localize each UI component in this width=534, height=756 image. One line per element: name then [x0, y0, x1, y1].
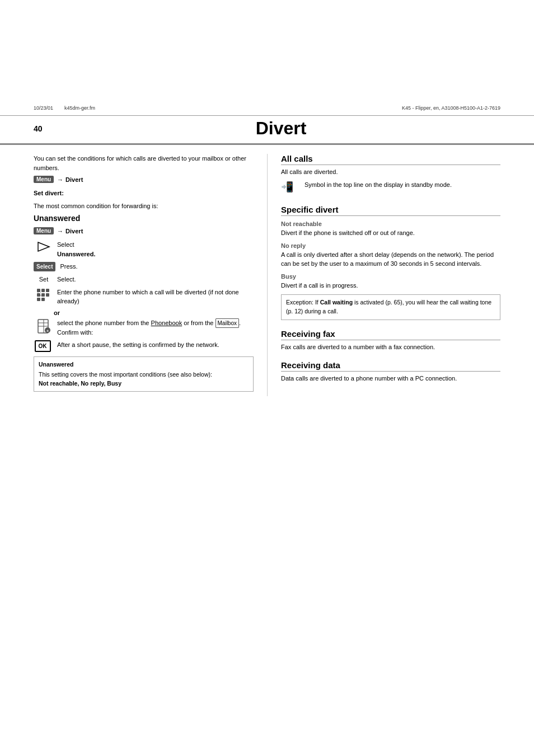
note-body-1: This setting covers the most important c… — [39, 370, 249, 379]
page-number: 40 — [34, 124, 50, 133]
or-text: or — [54, 309, 254, 316]
set-divert-label: Set divert: — [34, 189, 254, 198]
step-set-select: Set Select. — [34, 275, 254, 284]
svg-rect-6 — [46, 293, 49, 297]
not-reachable-body: Divert if the phone is switched off or o… — [281, 228, 500, 238]
step-ok-text: After a short pause, the setting is conf… — [57, 340, 254, 350]
specific-divert-title: Specific divert — [281, 205, 500, 216]
no-reply-title: No reply — [281, 242, 500, 249]
left-column: You can set the conditions for which cal… — [34, 154, 267, 396]
set-label: Set — [34, 275, 54, 284]
nav-triangle-icon — [34, 240, 54, 253]
header-left: 10/23/01 k45dm-ger.fm — [34, 105, 95, 111]
note-box: Unanswered This setting covers the most … — [34, 356, 254, 392]
step-set-text: Select. — [57, 275, 254, 284]
busy-title: Busy — [281, 273, 500, 280]
nav-dest-1: Divert — [65, 176, 83, 183]
all-calls-body: All calls are diverted. — [281, 167, 500, 177]
intro-text: You can set the conditions for which cal… — [34, 154, 254, 172]
select-badge-icon: Select — [34, 262, 57, 271]
not-reachable-title: Not reachable — [281, 220, 500, 227]
step-select-unanswered: SelectUnanswered. — [34, 240, 254, 259]
no-reply-body: A call is only diverted after a short de… — [281, 250, 500, 269]
step-phonebook-text: select the phone number from the Phonebo… — [57, 318, 254, 337]
svg-rect-8 — [41, 298, 45, 301]
set-divert-desc: The most common condition for forwarding… — [34, 201, 254, 211]
page: 10/23/01 k45dm-ger.fm K45 - Flipper, en,… — [0, 101, 534, 756]
note-title: Unanswered — [39, 360, 249, 369]
menu-badge-2: Menu — [34, 227, 54, 234]
arrow-2: → — [57, 228, 63, 234]
step-ok-confirm: OK After a short pause, the setting is c… — [34, 340, 254, 352]
svg-rect-2 — [41, 289, 45, 292]
all-calls-title: All calls — [281, 154, 500, 165]
menu-badge-1: Menu — [34, 176, 54, 183]
svg-text:+: + — [46, 328, 49, 333]
select-badge: Select — [34, 262, 55, 271]
nav-path-2: Menu → Divert — [34, 227, 254, 234]
right-column: All calls All calls are diverted. 📲 Symb… — [267, 154, 500, 396]
busy-body: Divert if a call is in progress. — [281, 281, 500, 290]
svg-text:📲: 📲 — [281, 181, 294, 193]
section-all-calls: All calls All calls are diverted. 📲 Symb… — [281, 154, 500, 196]
section-receiving-fax: Receiving fax Fax calls are diverted to … — [281, 329, 500, 352]
receiving-data-title: Receiving data — [281, 360, 500, 372]
phonebook-icon: + — [34, 318, 54, 334]
divert-symbol-icon: 📲 — [281, 180, 301, 196]
exception-box: Exception: If Call waiting is activated … — [281, 294, 500, 320]
set-divert-strong: Set divert: — [34, 190, 64, 196]
header-date: 10/23/01 — [34, 105, 53, 111]
header-filename: k45dm-ger.fm — [64, 105, 95, 111]
step-enter-phone: Enter the phone number to which a call w… — [34, 288, 254, 306]
ok-badge: OK — [35, 340, 51, 352]
note-body-2: Not reachable, No reply, Busy — [39, 379, 249, 388]
phone-keypad-icon — [34, 288, 54, 303]
svg-rect-7 — [37, 298, 40, 301]
page-title: Divert — [62, 118, 500, 139]
receiving-fax-title: Receiving fax — [281, 329, 500, 340]
section-specific-divert: Specific divert Not reachable Divert if … — [281, 205, 500, 320]
svg-marker-0 — [38, 242, 49, 251]
receiving-data-body: Data calls are diverted to a phone numbe… — [281, 374, 500, 383]
step-enter-phone-text: Enter the phone number to which a call w… — [57, 288, 254, 306]
symbol-desc: Symbol in the top line on the display in… — [305, 180, 452, 190]
nav-dest-2: Divert — [65, 228, 83, 234]
ok-badge-icon: OK — [34, 340, 54, 352]
svg-rect-3 — [46, 289, 49, 292]
nav-path-1: Menu → Divert — [34, 176, 254, 183]
title-bar: 40 Divert — [0, 116, 534, 145]
step-press-text: Press. — [60, 262, 254, 271]
receiving-fax-body: Fax calls are diverted to a number with … — [281, 342, 500, 352]
symbol-row: 📲 Symbol in the top line on the display … — [281, 180, 500, 196]
header-product: K45 - Flipper, en, A31008-H5100-A1-2-761… — [402, 105, 500, 111]
unanswered-title: Unanswered — [34, 214, 254, 223]
page-header: 10/23/01 k45dm-ger.fm K45 - Flipper, en,… — [0, 101, 534, 116]
step-press-select: Select Press. — [34, 262, 254, 271]
content-area: You can set the conditions for which cal… — [0, 145, 534, 405]
step-select-phonebook: + select the phone number from the Phone… — [34, 318, 254, 337]
step-select-text: SelectUnanswered. — [57, 240, 254, 259]
arrow-1: → — [57, 176, 63, 183]
section-receiving-data: Receiving data Data calls are diverted t… — [281, 360, 500, 383]
